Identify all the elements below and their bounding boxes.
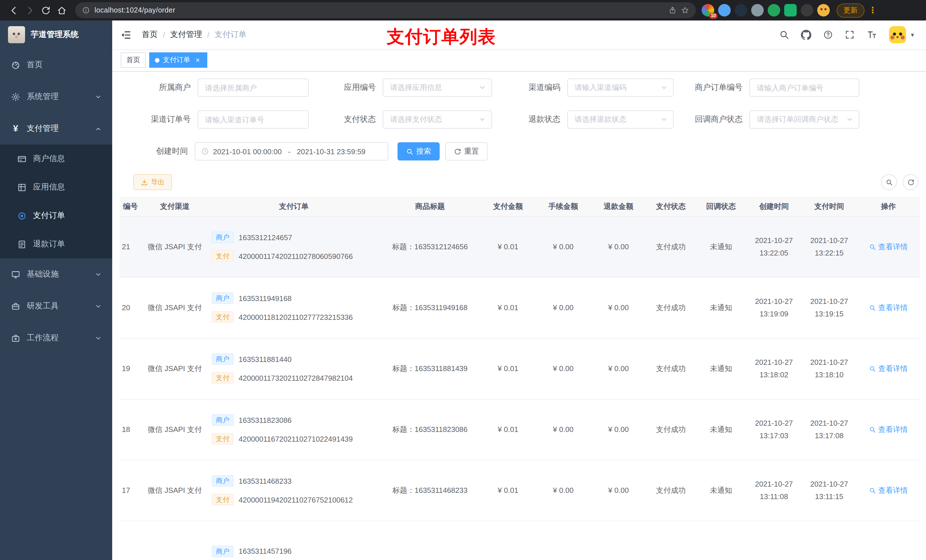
actions-cell: 查看详情 (856, 399, 920, 460)
chrome-update-button[interactable]: 更新 (837, 3, 864, 17)
notify-status-cell: 未通知 (696, 277, 746, 338)
view-detail-link[interactable]: 查看详情 (869, 485, 908, 495)
forward-button[interactable] (22, 2, 38, 18)
fee-amount-cell: ¥ 0.00 (535, 277, 591, 338)
extension-icon-3[interactable] (735, 4, 747, 17)
pay-order-no: 4200001173202110272847982104 (239, 374, 353, 382)
user-avatar[interactable] (889, 26, 906, 43)
sidebar-item-merchant-info[interactable]: 商户信息 (0, 145, 112, 173)
merchant-tag: 商户 (212, 475, 233, 487)
col-actions: 操作 (856, 197, 920, 216)
extension-icon-2[interactable] (718, 4, 731, 17)
merchant-input[interactable] (198, 78, 309, 97)
sidebar-item-devtools[interactable]: 研发工具 (0, 290, 112, 322)
fullscreen-icon[interactable] (845, 30, 855, 40)
extension-icon-5[interactable] (768, 4, 780, 17)
notify-status-label: 回调商户状态 (674, 115, 749, 125)
close-icon[interactable]: × (194, 56, 201, 64)
sidebar-logo[interactable]: 芋道管理系统 (0, 21, 112, 49)
product-title-cell: 标题：1635311881439 (379, 338, 481, 399)
view-detail-link[interactable]: 查看详情 (869, 242, 908, 252)
document-icon (17, 239, 27, 249)
pay-no-line: 支付 4200001167202110271022491439 (212, 433, 376, 444)
extension-icon-1[interactable]: 10 (702, 4, 714, 17)
help-icon[interactable] (823, 30, 834, 40)
table-toolbar: 导出 (120, 174, 918, 190)
user-caret-icon[interactable]: ▾ (911, 31, 914, 38)
channel-code-select[interactable]: 请输入渠道编码 (567, 78, 674, 97)
browser-menu-icon[interactable]: ⋮ (869, 5, 877, 15)
product-title-cell: 标题：1635311949168 (379, 277, 481, 338)
chevron-down-icon (846, 116, 853, 123)
view-detail-link[interactable]: 查看详情 (869, 302, 908, 313)
notify-status-cell: 未通知 (696, 460, 746, 521)
channel-order-no-input[interactable] (198, 110, 309, 128)
pay-time-cell: 2021-10-27 13:19:15 (802, 277, 856, 338)
tab-home[interactable]: 首页 (121, 52, 146, 68)
refund-amount-cell: ¥ 0.00 (591, 277, 646, 338)
refresh-table-button[interactable] (903, 174, 918, 190)
merchant-order-line: 商户 1635311457196 (212, 545, 376, 557)
chevron-down-icon (95, 271, 101, 278)
extension-icon-6[interactable] (784, 4, 797, 17)
share-icon[interactable] (669, 6, 676, 14)
create-time-cell: 2021-10-27 13:11:08 (746, 460, 802, 521)
sidebar-item-home[interactable]: 首页 (0, 49, 112, 81)
pay-status-select[interactable]: 请选择支付状态 (383, 110, 492, 128)
sidebar-item-pay[interactable]: ¥ 支付管理 (0, 113, 112, 145)
address-bar[interactable]: localhost:1024/pay/order (75, 2, 696, 18)
sidebar-item-pay-order[interactable]: 支付订单 (0, 201, 112, 230)
navbar: 首页 / 支付管理 / 支付订单 ▾ (112, 21, 926, 49)
tab-label: 支付订单 (163, 55, 190, 65)
sidebar-item-infra[interactable]: 基础设施 (0, 258, 112, 290)
extension-icon-8[interactable] (817, 4, 830, 17)
toggle-search-button[interactable] (881, 174, 897, 190)
sidebar-item-refund-order[interactable]: 退款订单 (0, 230, 112, 258)
view-detail-link[interactable]: 查看详情 (869, 424, 908, 435)
pay-no-line: 支付 4200001194202110276752100612 (212, 494, 376, 506)
search-button[interactable]: 搜索 (398, 142, 440, 160)
product-title-cell: 标题：1635311468233 (379, 460, 481, 521)
col-created: 创建时间 (746, 197, 802, 216)
yen-icon: ¥ (11, 124, 21, 133)
table-header: 编号 支付渠道 支付订单 商品标题 支付金额 手续金额 退款金额 支付状态 回调… (120, 197, 920, 216)
extension-icon-7[interactable] (801, 4, 813, 17)
refund-status-placeholder: 请选择退款状态 (575, 115, 661, 125)
sidebar-item-system[interactable]: 系统管理 (0, 81, 112, 113)
create-time-cell: 2021-10-27 13:18:02 (746, 338, 802, 399)
search-icon[interactable] (779, 30, 790, 40)
font-size-icon[interactable] (867, 29, 878, 41)
export-button[interactable]: 导出 (133, 174, 172, 190)
sidebar-item-label: 研发工具 (27, 301, 59, 311)
range-separator: - (286, 147, 293, 155)
breadcrumb-separator: / (163, 30, 165, 39)
home-button[interactable] (53, 2, 70, 18)
extension-icon-4[interactable] (751, 4, 764, 17)
merchant-order-no-input[interactable] (749, 78, 859, 97)
github-icon[interactable] (801, 29, 812, 40)
notify-status-select[interactable]: 请选择订单回调商户状态 (749, 110, 859, 128)
fee-amount-cell: ¥ 0.00 (535, 338, 591, 399)
app-select[interactable]: 请选择应用信息 (383, 78, 492, 97)
pay-time-cell: 2021-10-27 13:11:15 (802, 460, 856, 521)
table-row: 商户 1635311457196 支付 (120, 521, 920, 560)
channel-code-placeholder: 请输入渠道编码 (575, 83, 661, 93)
sidebar-item-app-info[interactable]: 应用信息 (0, 173, 112, 201)
sidebar-item-workflow[interactable]: 工作流程 (0, 322, 112, 354)
reset-button[interactable]: 重置 (445, 142, 487, 160)
refund-status-select[interactable]: 请选择退款状态 (567, 110, 674, 128)
breadcrumb-home[interactable]: 首页 (142, 30, 158, 40)
site-info-icon[interactable] (82, 6, 90, 14)
notify-status-cell: 未通知 (696, 399, 746, 460)
filter-row-3: 创建时间 2021-10-01 00:00:00 - 2021-10-31 23… (120, 142, 918, 160)
pay-order-no: 4200001181202110277723215336 (239, 313, 353, 321)
sidebar-fold-icon[interactable] (121, 29, 132, 40)
bookmark-star-icon[interactable] (681, 6, 689, 14)
search-button-label: 搜索 (416, 146, 431, 157)
back-button[interactable] (6, 2, 22, 18)
view-detail-link[interactable]: 查看详情 (869, 363, 908, 374)
tab-pay-order[interactable]: 支付订单 × (149, 52, 207, 68)
range-end-value: 2021-10-31 23:59:59 (297, 147, 365, 155)
create-time-range-picker[interactable]: 2021-10-01 00:00:00 - 2021-10-31 23:59:5… (195, 142, 388, 160)
reload-button[interactable] (38, 2, 53, 18)
